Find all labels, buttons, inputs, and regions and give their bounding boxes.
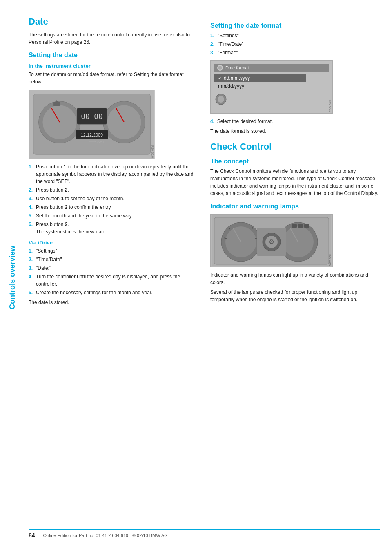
date-format-step-1: 1. "Settings" <box>210 32 380 39</box>
cluster-step-2: 2. Press button 2. <box>29 186 198 194</box>
date-format-step-3: 3. "Format:" <box>210 49 380 56</box>
via-idrive-steps-list: 1. "Settings" 2. "Time/Date" 3. "Date:" … <box>29 247 198 296</box>
step4-num: 4. <box>210 119 214 124</box>
indicator-warning-heading: Indicator and warning lamps <box>210 203 380 210</box>
page-footer: 84 Online Edition for Part no. 01 41 2 6… <box>29 529 380 539</box>
check-control-title: Check Control <box>210 141 380 152</box>
svg-text:12.12.2009: 12.12.2009 <box>81 132 103 137</box>
svg-rect-35 <box>298 224 303 228</box>
via-idrive-step-5: 5. Create the necessary settings for the… <box>29 289 198 296</box>
warning-lamps-svg: ⚙ <box>212 215 331 266</box>
instrument-cluster-image: 00 00 12.12.2009 SET <box>29 90 155 159</box>
setting-the-date-heading: Setting the date <box>29 51 198 59</box>
step4-content: Select the desired format. <box>217 119 273 124</box>
date-format-stored-text: The date format is stored. <box>210 128 380 135</box>
date-format-icon <box>217 65 223 71</box>
svg-point-17 <box>218 96 224 103</box>
setting-date-format-heading: Setting the date format <box>210 22 380 29</box>
step4-text: 4. Select the desired format. <box>210 118 380 125</box>
svg-text:00 00: 00 00 <box>81 112 102 121</box>
via-idrive-step-2: 2. "Time/Date" <box>29 256 198 263</box>
svg-point-3 <box>42 105 76 139</box>
cluster-step-5: 5. Set the month and the year in the sam… <box>29 212 198 219</box>
date-format-header: Date format <box>214 64 329 72</box>
svg-rect-12 <box>53 102 60 106</box>
date-format-option-2: mm/dd/yyyy <box>214 82 306 90</box>
indicator-text1: Indicator and warning lamps can light up… <box>210 271 380 286</box>
instrument-cluster-subheading: In the instrument cluster <box>29 63 198 69</box>
cluster-step-6: 6. Press button 2.The system stores the … <box>29 221 198 235</box>
cluster-svg: 00 00 12.12.2009 SET <box>29 90 155 159</box>
svg-text:⚙: ⚙ <box>269 238 274 245</box>
date-stored-text: The date is stored. <box>29 299 198 306</box>
date-format-refer-text: To set the dd/mm or mm/dd date format, r… <box>29 71 198 85</box>
via-idrive-heading: Via iDrive <box>29 239 198 246</box>
right-column: Setting the date format 1. "Settings" 2.… <box>210 16 380 521</box>
date-format-step-2: 2. "Time/Date" <box>210 40 380 48</box>
cluster-watermark: R90 G0.0 <box>151 145 154 158</box>
cluster-step-4: 4. Press button 2 to confirm the entry. <box>29 204 198 211</box>
concept-heading: The concept <box>210 158 380 165</box>
cluster-step-1: 1. Push button 1 in the turn indicator l… <box>29 163 198 185</box>
two-column-layout: Date The settings are stored for the rem… <box>29 16 380 521</box>
indicator-text2: Several of the lamps are checked for pro… <box>210 289 380 303</box>
via-idrive-step-3: 3. "Date:" <box>29 264 198 272</box>
page-container: Controls overview Date The settings are … <box>0 0 392 555</box>
warning-lamps-image: ⚙ R90 G0.0 <box>210 214 333 267</box>
concept-text: The Check Control monitors vehicle funct… <box>210 168 380 197</box>
svg-point-5 <box>107 105 141 139</box>
cluster-steps-list: 1. Push button 1 in the turn indicator l… <box>29 163 198 235</box>
idrive-knob <box>215 93 227 107</box>
sidebar-label-text: Controls overview <box>8 246 17 309</box>
svg-text:SET: SET <box>97 139 105 144</box>
content-area: Date The settings are stored for the rem… <box>24 0 392 555</box>
date-section-title: Date <box>29 16 198 27</box>
footer-text: Online Edition for Part no. 01 41 2 604 … <box>43 533 168 538</box>
date-format-header-label: Date format <box>225 65 249 70</box>
via-idrive-step-4: 4. Turn the controller until the desired… <box>29 273 198 288</box>
svg-rect-36 <box>304 224 309 228</box>
svg-rect-34 <box>292 224 297 228</box>
date-format-steps-list: 1. "Settings" 2. "Time/Date" 3. "Format:… <box>210 32 380 56</box>
page-number: 84 <box>29 532 35 539</box>
date-format-option-1: dd.mm.yyyy <box>214 74 306 82</box>
date-format-watermark: R90 G0.0 <box>329 100 332 112</box>
sidebar-label: Controls overview <box>0 0 24 555</box>
date-intro-text: The settings are stored for the remote c… <box>29 31 198 46</box>
date-format-image: Date format dd.mm.yyyy mm/dd/yyyy <box>210 60 333 114</box>
via-idrive-step-1: 1. "Settings" <box>29 247 198 255</box>
left-column: Date The settings are stored for the rem… <box>29 16 198 521</box>
cluster-step-3: 3. Use button 1 to set the day of the mo… <box>29 195 198 202</box>
warning-lamps-watermark: R90 G0.0 <box>329 254 332 266</box>
